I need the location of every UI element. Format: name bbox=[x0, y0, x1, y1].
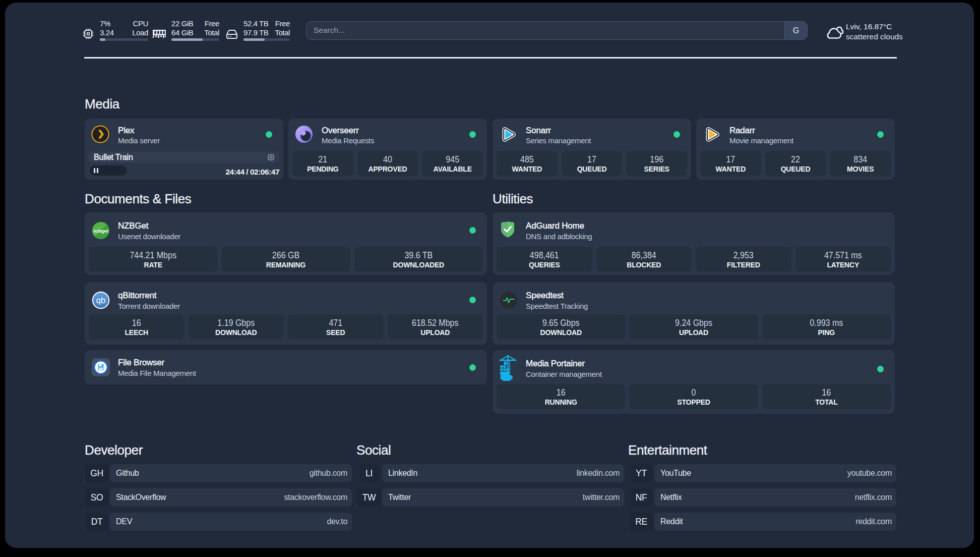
svg-text:nzbget: nzbget bbox=[93, 229, 108, 234]
svg-text:qb: qb bbox=[96, 296, 106, 305]
